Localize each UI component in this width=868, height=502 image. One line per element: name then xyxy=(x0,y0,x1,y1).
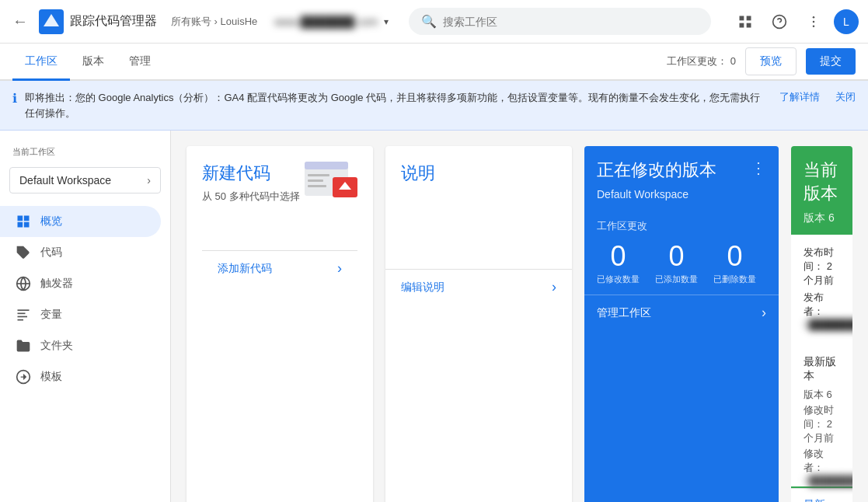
svg-rect-14 xyxy=(18,309,30,311)
account-breadcrumb: 所有账号 › LouisHe xyxy=(171,15,257,29)
account-url[interactable]: www.███████.com ▾ xyxy=(274,16,389,28)
editing-version-card: 正在修改的版本 ⋮ Default Workspace 工作区更改 0 已修改数… xyxy=(584,146,779,502)
topbar: ← 跟踪代码管理器 所有账号 › LouisHe www.███████.com… xyxy=(0,0,868,44)
search-container: 🔍 xyxy=(409,8,711,35)
workspace-selector[interactable]: Default Workspace › xyxy=(9,167,161,193)
svg-rect-22 xyxy=(308,180,323,182)
overview-icon xyxy=(16,214,31,229)
sidebar-item-tags[interactable]: 代码 xyxy=(0,237,170,268)
workspace-changes-section-label: 工作区更改 xyxy=(584,213,779,236)
url-text: www.███████.com xyxy=(274,16,378,28)
tab-workspace[interactable]: 工作区 xyxy=(12,44,70,81)
tab-versions[interactable]: 版本 xyxy=(70,44,117,81)
variables-icon xyxy=(16,307,31,322)
latest-author-label: 修改者： xyxy=(804,448,824,473)
chevron-right-icon xyxy=(337,260,342,277)
help-icon-button[interactable] xyxy=(765,8,793,36)
current-workspace-label: 当前工作区 xyxy=(0,143,170,164)
sidebar-item-label-overview: 概览 xyxy=(40,214,62,228)
latest-version-section: 最新版本 版本 6 修改时间： 2 个月前 修改者： 1███████@qq.c… xyxy=(791,344,852,486)
svg-rect-15 xyxy=(18,313,26,315)
sidebar-item-label-variables: 变量 xyxy=(40,308,62,322)
stat-added-label: 已添加数量 xyxy=(655,274,698,285)
workspace-changes-info: 工作区更改： 0 xyxy=(667,54,736,68)
stat-added: 0 已添加数量 xyxy=(655,242,698,285)
current-card-header: 当前版本 xyxy=(791,146,852,211)
banner-text: 即将推出：您的 Google Analytics（分析）：GA4 配置代码将更改… xyxy=(25,90,767,120)
sidebar-item-variables[interactable]: 变量 xyxy=(0,299,170,330)
svg-rect-2 xyxy=(740,16,744,20)
view-latest-version-button[interactable]: 最新版本 xyxy=(791,488,852,502)
main-layout: 当前工作区 Default Workspace › 概览 代码 触发器 xyxy=(0,131,868,502)
sidebar-item-overview[interactable]: 概览 xyxy=(0,206,161,237)
current-version-card: 当前版本 版本 6 发布时间： 2 个月前 发布者： 1███████@qq.c… xyxy=(791,146,852,502)
latest-title: 最新版本 xyxy=(804,355,840,383)
sidebar-item-templates[interactable]: 模板 xyxy=(0,361,170,392)
manage-workspace-button[interactable]: 管理工作区 xyxy=(584,295,779,330)
edit-description-button[interactable]: 编辑说明 xyxy=(385,269,572,305)
stat-deleted-label: 已删除数量 xyxy=(713,274,756,285)
workspace-chevron-icon: › xyxy=(147,174,151,187)
svg-point-8 xyxy=(813,16,815,18)
latest-modified-time: 修改时间： 2 个月前 xyxy=(804,403,840,445)
new-tag-illustration xyxy=(305,159,361,202)
svg-rect-16 xyxy=(18,316,28,318)
svg-rect-23 xyxy=(308,185,326,187)
svg-rect-4 xyxy=(740,23,744,27)
sidebar-item-triggers[interactable]: 触发器 xyxy=(0,268,170,299)
stat-deleted: 0 已删除数量 xyxy=(713,242,756,285)
editing-card-header: 正在修改的版本 ⋮ xyxy=(584,146,779,188)
svg-point-10 xyxy=(813,25,815,27)
banner-learn-more-link[interactable]: 了解详情 xyxy=(779,90,820,104)
sidebar-item-folders[interactable]: 文件夹 xyxy=(0,330,170,361)
chevron-right-icon-editing xyxy=(762,305,766,321)
sidebar-item-label-templates: 模板 xyxy=(40,370,62,384)
current-version-label: 版本 6 xyxy=(791,211,852,235)
tags-icon xyxy=(16,245,31,260)
latest-version: 版本 6 xyxy=(804,388,840,402)
announcement-banner: ℹ 即将推出：您的 Google Analytics（分析）：GA4 配置代码将… xyxy=(0,81,868,131)
url-dropdown-arrow[interactable]: ▾ xyxy=(384,16,389,27)
current-card-body: 发布时间： 2 个月前 发布者： 1███████@qq.com xyxy=(791,235,852,344)
triggers-icon xyxy=(16,276,31,291)
user-avatar[interactable]: L xyxy=(834,9,859,34)
svg-rect-20 xyxy=(305,162,348,169)
svg-rect-5 xyxy=(747,23,751,27)
search-input[interactable] xyxy=(443,16,699,28)
stat-deleted-num: 0 xyxy=(713,242,756,270)
avatar-letter: L xyxy=(843,16,849,28)
publisher-value: 1███████@qq.com xyxy=(804,319,852,330)
folders-icon xyxy=(16,338,31,354)
tab-admin[interactable]: 管理 xyxy=(117,44,163,81)
svg-rect-3 xyxy=(747,16,751,20)
back-button[interactable]: ← xyxy=(9,9,31,33)
stat-modified-label: 已修改数量 xyxy=(597,274,640,285)
submit-button[interactable]: 提交 xyxy=(806,48,856,75)
workspace-changes-label: 工作区更改： xyxy=(667,55,727,67)
banner-close-button[interactable]: 关闭 xyxy=(835,90,856,104)
nav-tabs: 工作区 版本 管理 工作区更改： 0 预览 提交 xyxy=(0,44,868,81)
desc-title: 说明 xyxy=(401,162,556,185)
stat-added-num: 0 xyxy=(655,242,698,270)
manage-workspace-label: 管理工作区 xyxy=(597,306,651,320)
breadcrumb-text: 所有账号 › LouisHe xyxy=(171,15,257,29)
add-new-tag-button[interactable]: 添加新代码 xyxy=(202,250,357,286)
app-logo: 跟踪代码管理器 xyxy=(39,9,157,34)
content-area: 新建代码 从 50 多种代码中选择 添加新代码 xyxy=(171,131,868,502)
publisher-info: 发布者： 1███████@qq.com xyxy=(804,291,840,330)
editing-workspace-name: Default Workspace xyxy=(584,188,779,213)
stat-modified-num: 0 xyxy=(597,242,640,270)
search-icon: 🔍 xyxy=(421,14,437,29)
latest-author-value: 1███████@qq.com xyxy=(804,475,852,486)
svg-point-9 xyxy=(813,20,815,23)
preview-button[interactable]: 预览 xyxy=(745,47,797,75)
published-time: 发布时间： 2 个月前 xyxy=(804,246,840,288)
grid-icon-button[interactable] xyxy=(731,8,759,36)
sidebar-item-label-tags: 代码 xyxy=(40,246,62,260)
svg-rect-21 xyxy=(308,174,329,176)
more-icon-button[interactable] xyxy=(800,8,828,36)
workspace-name: Default Workspace xyxy=(19,174,111,187)
editing-card-menu-icon[interactable]: ⋮ xyxy=(751,159,766,177)
publisher-label: 发布者： xyxy=(804,291,824,317)
current-title: 当前版本 xyxy=(804,159,840,205)
